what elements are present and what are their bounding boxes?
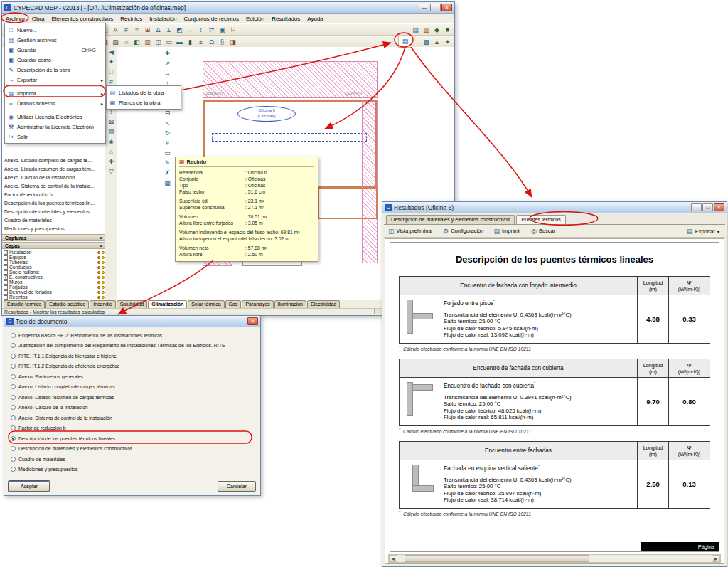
layer-checkbox[interactable]: [4, 285, 8, 290]
document-type-option[interactable]: Descripción de los puentes térmicos line…: [7, 433, 257, 444]
file-menu-item[interactable]: ▤ Imprimir ▸: [5, 88, 105, 98]
layer-row[interactable]: ✓ Instalación: [4, 250, 105, 255]
radio-icon[interactable]: [11, 446, 16, 451]
dialog-close-button[interactable]: ✕: [247, 317, 258, 325]
layer-color-dot-yellow[interactable]: [102, 251, 105, 254]
report-list-item[interactable]: Anexo. Listado resumen de cargas tém...: [4, 165, 104, 174]
toolbar-button[interactable]: ◫ Vista preliminar: [388, 228, 433, 235]
layer-checkbox[interactable]: [4, 260, 8, 265]
block-icon[interactable]: ■: [442, 25, 453, 35]
light-icon[interactable]: ☼: [121, 37, 132, 47]
layer-row[interactable]: Muros: [4, 280, 105, 285]
box-select-icon[interactable]: □: [106, 67, 117, 77]
section-icon[interactable]: §: [217, 37, 228, 47]
report-list-item[interactable]: Mediciones y presupuestos: [4, 225, 104, 233]
file-menu-item[interactable]: → Exportar ▸: [5, 75, 105, 85]
orbit-icon[interactable]: ↻: [162, 128, 173, 138]
flag-icon[interactable]: ⚐: [228, 25, 238, 35]
menu-item[interactable]: Obra: [32, 16, 45, 22]
layer-color-dot-orange[interactable]: [97, 261, 100, 264]
file-menu-item[interactable]: ▣ Guardar Ctrl+G: [5, 45, 105, 55]
measure-v-icon[interactable]: ↕: [196, 25, 206, 35]
menu-item[interactable]: Instalación: [149, 16, 176, 22]
module-tab[interactable]: Salubridad: [117, 300, 147, 308]
frame-icon[interactable]: ▭: [162, 148, 173, 158]
document-type-option[interactable]: Anexo. Listado resumen de cargas térmica…: [7, 392, 257, 403]
maximize-button[interactable]: □: [430, 4, 441, 11]
capturas-header[interactable]: Capturas «: [2, 234, 105, 241]
window-icon[interactable]: ▭: [164, 37, 174, 47]
layer-color-dot-orange[interactable]: [97, 276, 100, 279]
layer-color-dot-orange[interactable]: [97, 251, 100, 254]
document-type-option[interactable]: RITE. IT.1.1 Exigencia de bienestar e hi…: [7, 351, 257, 361]
wall-icon[interactable]: ▥: [142, 37, 153, 47]
document-type-option[interactable]: Mediciones y presupuestos: [7, 465, 257, 475]
down-tool-icon[interactable]: ▽: [106, 166, 117, 176]
layer-checkbox[interactable]: [4, 295, 8, 300]
file-menu-item[interactable]: ✎ Descripción de la obra: [5, 65, 105, 75]
layer-row[interactable]: Suelo radiante: [4, 270, 105, 275]
snap-icon[interactable]: #: [121, 25, 132, 35]
file-menu-item[interactable]: ≡ Últimos ficheros ▸: [5, 98, 105, 108]
layer-color-dot-yellow[interactable]: [102, 261, 105, 264]
layer-checkbox[interactable]: ✓: [4, 250, 8, 255]
paint-icon[interactable]: ◧: [132, 37, 142, 47]
north-icon[interactable]: ▲: [432, 37, 442, 47]
module-tab[interactable]: Estudio acústico: [46, 300, 89, 308]
toolbar-button[interactable]: ⚙ Configuración: [443, 228, 483, 235]
cancel-button[interactable]: Cancelar: [218, 481, 256, 492]
door-icon[interactable]: ◫: [153, 37, 164, 47]
print-submenu-item[interactable]: ▦ Planos de la obra: [107, 97, 181, 107]
home-icon[interactable]: ⌂: [106, 147, 117, 157]
minimize-button[interactable]: —: [419, 4, 429, 11]
print-reports-icon[interactable]: ▤: [398, 36, 412, 48]
layer-color-dot-yellow[interactable]: [102, 256, 105, 259]
sum-icon[interactable]: Σ: [164, 25, 174, 35]
crosshair-icon[interactable]: ✚: [106, 157, 117, 166]
layer-checkbox[interactable]: [4, 255, 8, 260]
document-type-option[interactable]: Anexo. Cálculo de la instalación: [7, 403, 257, 413]
plan-icon[interactable]: ▥: [421, 25, 432, 35]
radio-icon[interactable]: [11, 395, 16, 400]
radio-icon[interactable]: [11, 457, 16, 462]
radio-icon[interactable]: [11, 405, 16, 410]
layer-color-dot-orange[interactable]: [97, 291, 100, 294]
layer-color-dot-orange[interactable]: [97, 281, 100, 284]
document-type-option[interactable]: Justificación del cumplimiento del Regla…: [7, 341, 257, 351]
layer-color-dot-yellow[interactable]: [102, 296, 105, 299]
remove-icon[interactable]: ⊟: [162, 108, 173, 118]
module-tab[interactable]: Incendio: [90, 300, 115, 308]
layer-checkbox[interactable]: ✓: [4, 275, 8, 280]
diagonal-icon[interactable]: ↗: [162, 58, 173, 68]
scroll-right-icon[interactable]: ►: [712, 555, 720, 562]
document-type-option[interactable]: Anexo. Parámetros generales: [7, 371, 257, 382]
measure-h-icon[interactable]: ↔: [185, 25, 196, 35]
results-tab[interactable]: Puentes térmicos: [516, 215, 566, 224]
menu-item[interactable]: Conjuntos de recintos: [184, 16, 239, 22]
file-menu-item[interactable]: [7, 86, 103, 87]
layer-color-dot-orange[interactable]: [97, 266, 100, 269]
layer-row[interactable]: Recintos: [4, 295, 105, 300]
document-type-option[interactable]: Factor de reducción b: [7, 423, 257, 434]
toolbar-button[interactable]: ◎ Buscar: [531, 228, 555, 235]
layer-checkbox[interactable]: [4, 280, 8, 285]
add-icon[interactable]: ⊞: [142, 25, 153, 35]
layers-icon[interactable]: ≡: [132, 25, 142, 35]
export-button[interactable]: ▤ Exportar ▾: [687, 225, 719, 238]
capas-header[interactable]: Capas «: [2, 242, 105, 249]
layer-row[interactable]: ✓ E. constructivos: [4, 275, 105, 280]
erase-icon[interactable]: ⊠: [106, 117, 117, 127]
layer-color-dot-orange[interactable]: [97, 271, 100, 274]
module-tab[interactable]: Iluminación: [274, 300, 306, 308]
shade-icon[interactable]: ◩: [174, 25, 185, 35]
properties-icon[interactable]: ▧: [110, 37, 121, 47]
radio-icon[interactable]: [11, 467, 16, 472]
mesh-icon[interactable]: #: [162, 138, 173, 148]
layer-color-dot-yellow[interactable]: [102, 266, 105, 269]
document-type-option[interactable]: Descripción de materiales y elementos co…: [7, 444, 257, 455]
stretch-h-icon[interactable]: ↔: [162, 68, 173, 78]
minimize-button[interactable]: —: [691, 203, 702, 211]
menu-item[interactable]: Ayuda: [307, 16, 323, 22]
radio-icon[interactable]: [11, 354, 16, 359]
layer-checkbox[interactable]: [4, 270, 8, 275]
